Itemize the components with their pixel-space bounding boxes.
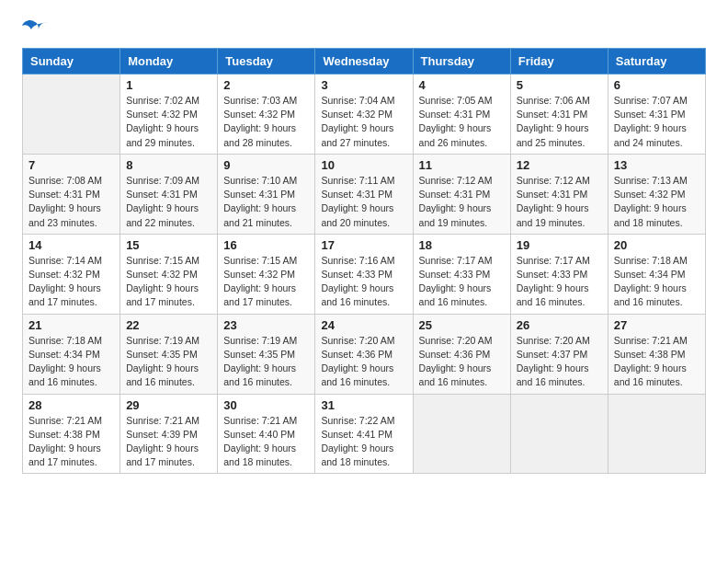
day-number: 23 xyxy=(223,318,309,332)
calendar-cell: 10Sunrise: 7:11 AMSunset: 4:31 PMDayligh… xyxy=(315,154,413,234)
calendar-cell: 16Sunrise: 7:15 AMSunset: 4:32 PMDayligh… xyxy=(218,234,315,314)
day-info: Sunrise: 7:07 AMSunset: 4:31 PMDaylight:… xyxy=(614,94,700,150)
day-info: Sunrise: 7:18 AMSunset: 4:34 PMDaylight:… xyxy=(614,254,700,310)
day-number: 20 xyxy=(614,238,700,252)
calendar-cell: 13Sunrise: 7:13 AMSunset: 4:32 PMDayligh… xyxy=(608,154,705,234)
day-number: 7 xyxy=(28,158,114,172)
day-number: 28 xyxy=(28,398,114,412)
calendar-cell: 17Sunrise: 7:16 AMSunset: 4:33 PMDayligh… xyxy=(315,234,413,314)
day-info: Sunrise: 7:20 AMSunset: 4:36 PMDaylight:… xyxy=(419,334,505,390)
day-number: 31 xyxy=(321,398,406,412)
day-info: Sunrise: 7:21 AMSunset: 4:38 PMDaylight:… xyxy=(28,414,114,470)
calendar-cell: 11Sunrise: 7:12 AMSunset: 4:31 PMDayligh… xyxy=(413,154,510,234)
day-info: Sunrise: 7:21 AMSunset: 4:39 PMDaylight:… xyxy=(126,414,211,470)
day-info: Sunrise: 7:20 AMSunset: 4:36 PMDaylight:… xyxy=(321,334,406,390)
calendar-week-1: 1Sunrise: 7:02 AMSunset: 4:32 PMDaylight… xyxy=(23,75,706,155)
calendar-cell: 27Sunrise: 7:21 AMSunset: 4:38 PMDayligh… xyxy=(608,314,705,394)
day-info: Sunrise: 7:14 AMSunset: 4:32 PMDaylight:… xyxy=(28,254,114,310)
calendar-cell: 21Sunrise: 7:18 AMSunset: 4:34 PMDayligh… xyxy=(23,314,120,394)
calendar-cell: 8Sunrise: 7:09 AMSunset: 4:31 PMDaylight… xyxy=(120,154,218,234)
logo xyxy=(22,18,51,39)
day-number: 27 xyxy=(614,318,700,332)
day-number: 29 xyxy=(126,398,211,412)
calendar-cell xyxy=(23,75,120,155)
calendar-cell xyxy=(510,394,608,474)
day-info: Sunrise: 7:02 AMSunset: 4:32 PMDaylight:… xyxy=(126,94,211,150)
column-header-saturday: Saturday xyxy=(608,49,705,75)
day-number: 6 xyxy=(614,78,700,92)
day-number: 18 xyxy=(419,238,505,252)
calendar-cell: 29Sunrise: 7:21 AMSunset: 4:39 PMDayligh… xyxy=(120,394,218,474)
day-info: Sunrise: 7:11 AMSunset: 4:31 PMDaylight:… xyxy=(321,174,406,230)
day-number: 8 xyxy=(126,158,211,172)
calendar-cell: 5Sunrise: 7:06 AMSunset: 4:31 PMDaylight… xyxy=(510,75,608,155)
day-info: Sunrise: 7:15 AMSunset: 4:32 PMDaylight:… xyxy=(223,254,309,310)
calendar-week-2: 7Sunrise: 7:08 AMSunset: 4:31 PMDaylight… xyxy=(23,154,706,234)
day-info: Sunrise: 7:06 AMSunset: 4:31 PMDaylight:… xyxy=(517,94,602,150)
calendar-table: SundayMondayTuesdayWednesdayThursdayFrid… xyxy=(22,48,706,474)
day-number: 19 xyxy=(517,238,602,252)
calendar-week-4: 21Sunrise: 7:18 AMSunset: 4:34 PMDayligh… xyxy=(23,314,706,394)
day-info: Sunrise: 7:19 AMSunset: 4:35 PMDaylight:… xyxy=(126,334,211,390)
day-info: Sunrise: 7:15 AMSunset: 4:32 PMDaylight:… xyxy=(126,254,211,310)
column-header-sunday: Sunday xyxy=(23,49,120,75)
day-info: Sunrise: 7:17 AMSunset: 4:33 PMDaylight:… xyxy=(419,254,505,310)
day-info: Sunrise: 7:05 AMSunset: 4:31 PMDaylight:… xyxy=(419,94,505,150)
logo-icon xyxy=(22,18,48,39)
day-number: 21 xyxy=(28,318,114,332)
day-number: 17 xyxy=(321,238,406,252)
day-number: 30 xyxy=(223,398,309,412)
day-number: 11 xyxy=(419,158,505,172)
day-info: Sunrise: 7:12 AMSunset: 4:31 PMDaylight:… xyxy=(517,174,602,230)
day-number: 16 xyxy=(223,238,309,252)
day-number: 22 xyxy=(126,318,211,332)
day-number: 26 xyxy=(517,318,602,332)
day-info: Sunrise: 7:09 AMSunset: 4:31 PMDaylight:… xyxy=(126,174,211,230)
day-info: Sunrise: 7:22 AMSunset: 4:41 PMDaylight:… xyxy=(321,414,406,470)
day-number: 1 xyxy=(126,78,211,92)
calendar-cell: 20Sunrise: 7:18 AMSunset: 4:34 PMDayligh… xyxy=(608,234,705,314)
day-number: 4 xyxy=(419,78,505,92)
calendar-cell: 25Sunrise: 7:20 AMSunset: 4:36 PMDayligh… xyxy=(413,314,510,394)
column-header-tuesday: Tuesday xyxy=(218,49,315,75)
calendar-cell: 28Sunrise: 7:21 AMSunset: 4:38 PMDayligh… xyxy=(23,394,120,474)
calendar-cell: 4Sunrise: 7:05 AMSunset: 4:31 PMDaylight… xyxy=(413,75,510,155)
day-number: 14 xyxy=(28,238,114,252)
page-header xyxy=(22,18,706,39)
calendar-cell: 14Sunrise: 7:14 AMSunset: 4:32 PMDayligh… xyxy=(23,234,120,314)
calendar-cell: 9Sunrise: 7:10 AMSunset: 4:31 PMDaylight… xyxy=(218,154,315,234)
day-info: Sunrise: 7:04 AMSunset: 4:32 PMDaylight:… xyxy=(321,94,406,150)
day-info: Sunrise: 7:16 AMSunset: 4:33 PMDaylight:… xyxy=(321,254,406,310)
day-info: Sunrise: 7:10 AMSunset: 4:31 PMDaylight:… xyxy=(223,174,309,230)
day-number: 9 xyxy=(223,158,309,172)
calendar-cell: 2Sunrise: 7:03 AMSunset: 4:32 PMDaylight… xyxy=(218,75,315,155)
day-number: 12 xyxy=(517,158,602,172)
day-info: Sunrise: 7:18 AMSunset: 4:34 PMDaylight:… xyxy=(28,334,114,390)
day-number: 13 xyxy=(614,158,700,172)
day-info: Sunrise: 7:21 AMSunset: 4:40 PMDaylight:… xyxy=(223,414,309,470)
calendar-cell: 15Sunrise: 7:15 AMSunset: 4:32 PMDayligh… xyxy=(120,234,218,314)
calendar-cell: 18Sunrise: 7:17 AMSunset: 4:33 PMDayligh… xyxy=(413,234,510,314)
calendar-cell: 7Sunrise: 7:08 AMSunset: 4:31 PMDaylight… xyxy=(23,154,120,234)
column-header-friday: Friday xyxy=(510,49,608,75)
day-number: 5 xyxy=(517,78,602,92)
day-info: Sunrise: 7:17 AMSunset: 4:33 PMDaylight:… xyxy=(517,254,602,310)
day-number: 25 xyxy=(419,318,505,332)
column-header-wednesday: Wednesday xyxy=(315,49,413,75)
day-number: 24 xyxy=(321,318,406,332)
column-header-monday: Monday xyxy=(120,49,218,75)
day-info: Sunrise: 7:12 AMSunset: 4:31 PMDaylight:… xyxy=(419,174,505,230)
day-number: 2 xyxy=(223,78,309,92)
day-number: 3 xyxy=(321,78,406,92)
calendar-cell: 12Sunrise: 7:12 AMSunset: 4:31 PMDayligh… xyxy=(510,154,608,234)
calendar-cell: 19Sunrise: 7:17 AMSunset: 4:33 PMDayligh… xyxy=(510,234,608,314)
calendar-cell xyxy=(608,394,705,474)
calendar-cell: 31Sunrise: 7:22 AMSunset: 4:41 PMDayligh… xyxy=(315,394,413,474)
calendar-cell: 1Sunrise: 7:02 AMSunset: 4:32 PMDaylight… xyxy=(120,75,218,155)
day-number: 15 xyxy=(126,238,211,252)
calendar-cell: 30Sunrise: 7:21 AMSunset: 4:40 PMDayligh… xyxy=(218,394,315,474)
calendar-cell: 24Sunrise: 7:20 AMSunset: 4:36 PMDayligh… xyxy=(315,314,413,394)
day-info: Sunrise: 7:20 AMSunset: 4:37 PMDaylight:… xyxy=(517,334,602,390)
day-info: Sunrise: 7:19 AMSunset: 4:35 PMDaylight:… xyxy=(223,334,309,390)
calendar-cell: 26Sunrise: 7:20 AMSunset: 4:37 PMDayligh… xyxy=(510,314,608,394)
